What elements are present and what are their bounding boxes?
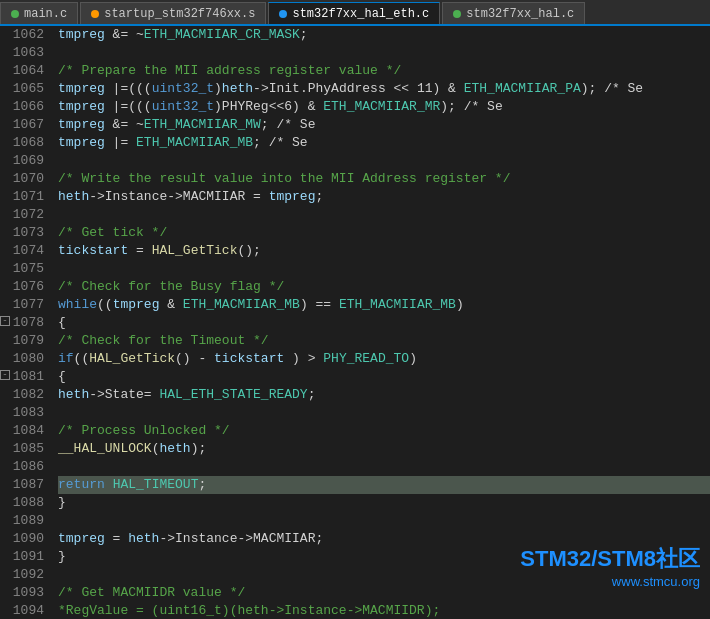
tab-main-c[interactable]: main.c: [0, 2, 78, 24]
line-num-1081: -1081: [0, 368, 44, 386]
code-line-1068: tmpreg |= ETH_MACMIIAR_MB; /* Se: [58, 134, 710, 152]
code-line-1094: *RegValue = (uint16_t)(heth->Instance->M…: [58, 602, 710, 619]
line-num-1084: 1084: [0, 422, 44, 440]
line-num-1089: 1089: [0, 512, 44, 530]
tab-icon-main-c: [11, 10, 19, 18]
code-line-1063: [58, 44, 710, 62]
tab-hal[interactable]: stm32f7xx_hal.c: [442, 2, 585, 24]
line-num-1086: 1086: [0, 458, 44, 476]
line-num-1092: 1092: [0, 566, 44, 584]
code-line-1085: __HAL_UNLOCK(heth);: [58, 440, 710, 458]
line-num-1079: 1079: [0, 332, 44, 350]
line-num-1063: 1063: [0, 44, 44, 62]
code-line-1089: [58, 512, 710, 530]
line-num-1067: 1067: [0, 116, 44, 134]
line-num-1072: 1072: [0, 206, 44, 224]
code-line-1077: while((tmpreg & ETH_MACMIIAR_MB) == ETH_…: [58, 296, 710, 314]
code-content: tmpreg &= ~ETH_MACMIIAR_CR_MASK; /* Prep…: [52, 26, 710, 619]
code-line-1088: }: [58, 494, 710, 512]
code-line-1086: [58, 458, 710, 476]
code-line-1078: {: [58, 314, 710, 332]
line-num-1064: 1064: [0, 62, 44, 80]
line-num-1085: 1085: [0, 440, 44, 458]
line-num-1091: 1091: [0, 548, 44, 566]
code-line-1062: tmpreg &= ~ETH_MACMIIAR_CR_MASK;: [58, 26, 710, 44]
code-line-1065: tmpreg |=(((uint32_t)heth->Init.PhyAddre…: [58, 80, 710, 98]
line-num-1078: -1078: [0, 314, 44, 332]
line-num-1065: 1065: [0, 80, 44, 98]
code-line-1090: tmpreg = heth->Instance->MACMIIAR;: [58, 530, 710, 548]
line-num-1074: 1074: [0, 242, 44, 260]
line-num-1070: 1070: [0, 170, 44, 188]
code-line-1079: /* Check for the Timeout */: [58, 332, 710, 350]
tab-label-hal: stm32f7xx_hal.c: [466, 7, 574, 21]
fold-marker-1078[interactable]: -: [0, 316, 10, 326]
code-line-1074: tickstart = HAL_GetTick();: [58, 242, 710, 260]
tab-bar: main.c startup_stm32f746xx.s stm32f7xx_h…: [0, 0, 710, 26]
code-line-1064: /* Prepare the MII address register valu…: [58, 62, 710, 80]
line-num-1087: 1087: [0, 476, 44, 494]
tab-label-main-c: main.c: [24, 7, 67, 21]
code-line-1084: /* Process Unlocked */: [58, 422, 710, 440]
code-line-1093: /* Get MACMIIDR value */: [58, 584, 710, 602]
line-num-1068: 1068: [0, 134, 44, 152]
code-line-1069: [58, 152, 710, 170]
tab-label-startup: startup_stm32f746xx.s: [104, 7, 255, 21]
line-num-1071: 1071: [0, 188, 44, 206]
code-line-1092: [58, 566, 710, 584]
code-line-1070: /* Write the result value into the MII A…: [58, 170, 710, 188]
code-line-1080: if((HAL_GetTick() - tickstart ) > PHY_RE…: [58, 350, 710, 368]
code-line-1083: [58, 404, 710, 422]
line-numbers: 1062106310641065106610671068106910701071…: [0, 26, 52, 619]
code-line-1073: /* Get tick */: [58, 224, 710, 242]
line-num-1093: 1093: [0, 584, 44, 602]
line-num-1066: 1066: [0, 98, 44, 116]
code-line-1087: return HAL_TIMEOUT;: [58, 476, 710, 494]
code-line-1076: /* Check for the Busy flag */: [58, 278, 710, 296]
line-num-1094: 1094: [0, 602, 44, 619]
code-line-1082: heth->State= HAL_ETH_STATE_READY;: [58, 386, 710, 404]
line-num-1088: 1088: [0, 494, 44, 512]
tab-icon-startup: [91, 10, 99, 18]
tab-label-hal-eth: stm32f7xx_hal_eth.c: [292, 7, 429, 21]
tab-hal-eth[interactable]: stm32f7xx_hal_eth.c: [268, 2, 440, 24]
fold-marker-1081[interactable]: -: [0, 370, 10, 380]
line-num-1069: 1069: [0, 152, 44, 170]
line-num-1076: 1076: [0, 278, 44, 296]
tab-startup[interactable]: startup_stm32f746xx.s: [80, 2, 266, 24]
code-line-1066: tmpreg |=(((uint32_t)PHYReg<<6) & ETH_MA…: [58, 98, 710, 116]
line-num-1090: 1090: [0, 530, 44, 548]
line-num-1083: 1083: [0, 404, 44, 422]
line-num-1075: 1075: [0, 260, 44, 278]
code-line-1071: heth->Instance->MACMIIAR = tmpreg;: [58, 188, 710, 206]
tab-icon-hal-eth: [279, 10, 287, 18]
line-num-1062: 1062: [0, 26, 44, 44]
code-line-1075: [58, 260, 710, 278]
code-line-1067: tmpreg &= ~ETH_MACMIIAR_MW; /* Se: [58, 116, 710, 134]
line-num-1073: 1073: [0, 224, 44, 242]
code-line-1072: [58, 206, 710, 224]
tab-icon-hal: [453, 10, 461, 18]
code-line-1081: {: [58, 368, 710, 386]
line-num-1082: 1082: [0, 386, 44, 404]
code-line-1091: }: [58, 548, 710, 566]
